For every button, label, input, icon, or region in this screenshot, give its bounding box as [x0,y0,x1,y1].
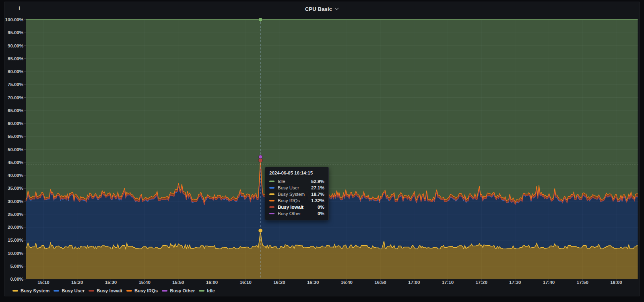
tooltip-row-busy-iowait: Busy Iowait0% [269,204,324,210]
legend-color-swatch [126,290,132,292]
area-idle [26,20,638,202]
series-color-swatch [269,200,275,201]
x-axis-label: 17:00 [408,280,420,285]
y-axis-label: 20.00% [8,225,23,230]
y-axis-label: 0.00% [10,277,23,281]
series-color-swatch [269,181,275,182]
grafana-panel: i CPU Basic 0.00%5.00%10.00%15.00%20.00%… [4,2,640,296]
legend-label: Busy Iowait [97,288,122,293]
y-axis-label: 60.00% [8,121,23,126]
x-axis-label: 17:20 [475,280,487,285]
y-axis-label: 25.00% [8,212,23,217]
series-color-swatch [269,193,275,195]
x-axis-label: 15:10 [37,280,49,285]
x-axis-label: 16:10 [239,280,251,285]
tooltip-row-busy-irqs: Busy IRQs1.32% [269,197,324,204]
legend-label: Busy IRQs [134,288,158,293]
y-axis-label: 40.00% [8,173,23,178]
x-axis-label: 16:00 [206,280,218,285]
cpu-time-series-chart[interactable]: 0.00%5.00%10.00%15.00%20.00%25.00%30.00%… [4,2,640,296]
y-axis-label: 85.00% [8,56,23,61]
chart-tooltip: 2024-06-05 16:14:15 Idle52.9%Busy User27… [265,167,329,220]
tooltip-series-value: 0% [311,211,324,216]
x-axis-label: 17:30 [509,280,521,285]
y-axis-label: 95.00% [8,30,23,35]
hover-point-busy-iowait [258,158,262,162]
legend-item-busy-system[interactable]: Busy System [12,288,50,293]
y-axis-label: 45.00% [8,160,23,165]
x-axis-label: 16:50 [374,280,386,285]
y-axis-label: 55.00% [8,134,23,139]
y-axis-label: 10.00% [8,251,23,256]
legend-item-busy-other[interactable]: Busy Other [162,288,195,293]
tooltip-series-label: Busy System [278,192,305,197]
tooltip-series-label: Busy Other [278,211,301,216]
legend-color-swatch [12,290,18,292]
x-axis-label: 17:50 [576,280,588,285]
x-axis-label: 15:40 [138,280,150,285]
x-axis-label: 17:40 [543,280,555,285]
y-axis-label: 15.00% [8,238,23,242]
tooltip-row-busy-system: Busy System18.7% [269,191,324,197]
series-color-swatch [269,187,275,189]
legend-item-busy-irqs[interactable]: Busy IRQs [126,288,158,293]
x-axis-label: 16:40 [341,280,353,285]
x-axis-label: 18:00 [610,280,622,285]
tooltip-series-value: 1.32% [305,198,324,203]
x-axis-label: 16:30 [307,280,319,285]
y-axis-label: 90.00% [8,43,23,48]
y-axis-label: 70.00% [8,95,23,100]
tooltip-series-value: 52.9% [305,179,324,184]
legend-color-swatch [199,290,204,292]
tooltip-series-label: Busy User [278,185,299,190]
legend-label: Busy User [62,288,85,293]
series-color-swatch [269,206,275,208]
x-axis-label: 17:10 [442,280,454,285]
chart-legend: Busy SystemBusy UserBusy IowaitBusy IRQs… [12,288,215,294]
y-axis-label: 5.00% [10,264,23,269]
tooltip-row-idle: Idle52.9% [269,178,324,185]
panel-info-icon[interactable]: i [17,5,22,12]
legend-label: Busy Other [170,288,195,293]
legend-label: Idle [207,288,215,293]
hover-point-busy-system [258,228,262,232]
tooltip-series-label: Idle [278,179,285,184]
legend-item-busy-iowait[interactable]: Busy Iowait [89,288,122,293]
y-axis-label: 35.00% [8,186,23,191]
tooltip-rows: Idle52.9%Busy User27.1%Busy System18.7%B… [269,178,324,217]
legend-color-swatch [162,290,167,292]
y-axis-label: 30.00% [8,199,23,204]
hover-point-idle [258,18,262,22]
x-axis-label: 15:50 [172,280,184,285]
tooltip-timestamp: 2024-06-05 16:14:15 [269,171,324,175]
tooltip-series-value: 0% [311,205,324,210]
tooltip-row-busy-user: Busy User27.1% [269,185,324,191]
x-axis-label: 15:30 [105,280,117,285]
y-axis-label: 50.00% [8,147,23,152]
tooltip-row-busy-other: Busy Other0% [269,210,324,217]
legend-color-swatch [89,290,94,292]
legend-item-busy-user[interactable]: Busy User [54,288,85,293]
tooltip-series-label: Busy Iowait [278,205,303,210]
tooltip-series-value: 27.1% [305,185,324,190]
tooltip-series-label: Busy IRQs [278,198,300,203]
tooltip-series-value: 18.7% [305,192,324,197]
y-axis-label: 100.00% [5,17,23,22]
y-axis-label: 75.00% [8,82,23,87]
x-axis-label: 16:20 [273,280,285,285]
x-axis-label: 15:20 [71,280,83,285]
legend-item-idle[interactable]: Idle [199,288,215,293]
series-color-swatch [269,213,275,214]
hover-point-busy-other [259,155,262,159]
legend-label: Busy System [21,288,50,293]
y-axis-label: 80.00% [8,69,23,74]
legend-color-swatch [54,290,59,292]
y-axis-label: 65.00% [8,108,23,113]
